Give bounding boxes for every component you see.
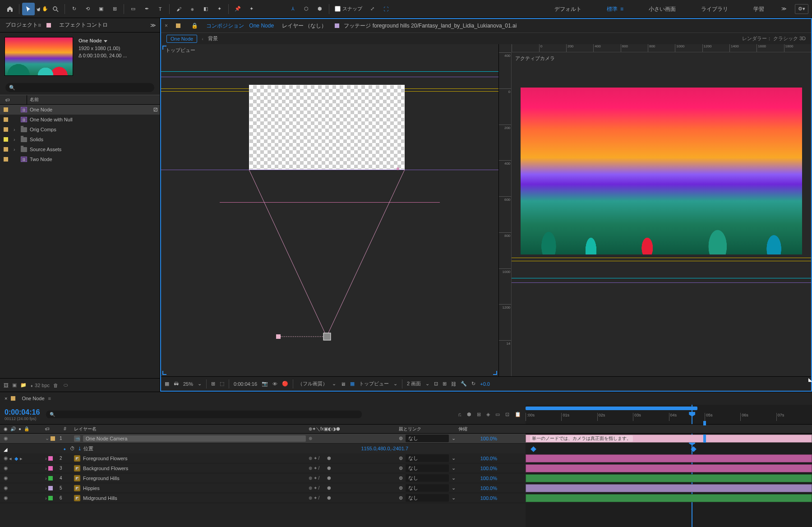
timeline-ruler[interactable]: :00s01s02s03s04s05s06s07s — [526, 405, 812, 424]
vl-icon[interactable]: ⊞ — [443, 381, 447, 387]
tl-icon[interactable]: ⬢ — [467, 411, 471, 417]
layer-row[interactable]: ◉ › 5 ◩Hippies ⊕ ✦ / ⬢ ⊚なし⌄ 100.0% — [0, 483, 526, 493]
timeline-tracks[interactable]: 単一のノードでは、カメラは真正面を指します。 — [526, 434, 812, 527]
workspace-tab[interactable]: 標準 — [594, 0, 636, 18]
toggle-icon[interactable]: ⬭ — [64, 382, 68, 388]
layer-row[interactable]: ◉ ⌄ 1 📹One Node Camera ⊕ ⊚なし⌄ 100.0% — [0, 434, 526, 444]
zoom-dropdown[interactable]: 25% — [183, 381, 193, 387]
timeline-tab[interactable]: One Node — [22, 396, 44, 401]
show-snapshot-icon[interactable]: 👁 — [272, 381, 277, 387]
playhead[interactable] — [692, 405, 692, 424]
lock-icon[interactable]: 🔒 — [191, 23, 198, 29]
layer-row[interactable]: ◉ › 4 ◩Foreground Hills ⊕ ✦ / ⬢ ⊚なし⌄ 100… — [0, 473, 526, 483]
workspace-tab[interactable]: デフォルト — [542, 0, 594, 18]
swatch-icon — [176, 23, 180, 28]
snapshot-icon[interactable]: 📷 — [262, 381, 268, 387]
close-tab-icon[interactable]: × — [5, 396, 7, 401]
breadcrumb-active[interactable]: One Node — [166, 35, 197, 43]
axis-view-icon[interactable]: ⬢ — [314, 3, 326, 15]
settings-icon[interactable]: ⚙▾ — [795, 4, 808, 14]
effect-controls-tab[interactable]: エフェクトコントロ — [57, 21, 110, 29]
alpha-icon[interactable]: ▦ — [165, 381, 169, 387]
view-active-camera[interactable]: 020040060080010001200140016001800 400020… — [499, 44, 811, 376]
view-layout-dropdown[interactable]: 2 画面 — [407, 380, 421, 387]
interpret-icon[interactable]: 🖼 — [4, 383, 9, 388]
view-dropdown[interactable]: トップビュー — [359, 380, 389, 387]
eraser-tool-icon[interactable]: ◧ — [199, 3, 212, 15]
project-item[interactable]: › Orig Comps — [0, 125, 160, 134]
viewer-tab-comp[interactable]: コンポジション One Node — [206, 22, 274, 30]
exposure-value[interactable]: +0.0 — [480, 381, 490, 387]
project-tab[interactable]: プロジェクト — [4, 21, 43, 29]
mask-icon[interactable]: 🕶 — [174, 381, 179, 387]
property-row-position[interactable]: ⬥⏱⤓位置1155.0,480.0,-2401.7 — [0, 444, 526, 453]
vl-icon[interactable]: 🔧 — [461, 381, 467, 387]
project-search-input[interactable] — [5, 83, 154, 92]
tl-icon[interactable]: ◈ — [486, 411, 490, 417]
axis-world-icon[interactable]: ⬡ — [300, 3, 313, 15]
project-item[interactable]: ▥ Two Node — [0, 154, 160, 164]
color-mgmt-icon[interactable]: 🔴 — [282, 381, 288, 387]
project-item[interactable]: ▥ One Node with Null — [0, 115, 160, 125]
workspace-tab[interactable]: ライブラリ — [688, 0, 741, 18]
view-top[interactable]: トップビュー — [161, 44, 499, 376]
home-icon[interactable] — [4, 3, 16, 15]
workspace-tab[interactable]: 小さい画面 — [636, 0, 688, 18]
viewer-tab-layer[interactable]: レイヤー （なし） — [282, 22, 327, 30]
rect-tool-icon[interactable]: ▭ — [127, 3, 139, 15]
time-display[interactable]: 0:00:04:16 — [234, 381, 257, 387]
hand-tool-icon[interactable]: ✋ — [36, 3, 48, 15]
workspace-tab[interactable]: 学習 — [741, 0, 777, 18]
snap-opt1-icon[interactable]: ⤢ — [366, 3, 378, 15]
snap-checkbox[interactable]: スナップ — [332, 5, 365, 12]
vl-icon[interactable]: ⛓ — [451, 381, 456, 387]
work-area-end[interactable] — [703, 421, 706, 425]
panel-overflow-icon[interactable]: ≫ — [150, 22, 156, 28]
folder-icon[interactable]: 📁 — [20, 382, 27, 388]
dpr-icon[interactable]: 🖥 — [341, 381, 346, 387]
layer-row[interactable]: ◉ › 2 ◩Foreground Flowers ⊕ ✦ / ⬢ ⊚なし⌄ 1… — [0, 453, 526, 463]
snap-opt2-icon[interactable]: ⛶ — [379, 3, 392, 15]
pen-tool-icon[interactable]: ✒ — [140, 3, 153, 15]
selection-tool-icon[interactable] — [22, 3, 35, 15]
axis-local-icon[interactable]: ⅄ — [286, 3, 299, 15]
clone-tool-icon[interactable]: ⎈ — [186, 3, 198, 15]
quality-dropdown[interactable]: （フル画質） — [298, 380, 328, 387]
view-label: アクティブカメラ — [515, 55, 555, 62]
tl-icon[interactable]: ▭ — [495, 411, 500, 417]
vl-icon[interactable]: ⊡ — [434, 381, 438, 387]
brush-tool-icon[interactable]: 🖌 — [172, 3, 185, 15]
layer-row[interactable]: ◉ › 3 ◩Background Flowers ⊕ ✦ / ⬢ ⊚なし⌄ 1… — [0, 463, 526, 473]
grid-icon[interactable]: ⬚ — [220, 381, 224, 387]
roto-tool-icon[interactable]: ✦ — [213, 3, 226, 15]
overflow-icon[interactable]: ≫ — [778, 3, 790, 15]
project-item[interactable]: ▥ One Node ⚂ — [0, 105, 160, 115]
camera-cone — [249, 170, 405, 341]
close-tab-icon[interactable]: × — [165, 23, 168, 29]
pin-tool-icon[interactable]: ✦ — [245, 3, 258, 15]
reset-exposure-icon[interactable]: ↻ — [471, 381, 475, 387]
orbit-tool-icon[interactable]: ↻ — [68, 3, 80, 15]
camera-tool-icon[interactable]: ▣ — [95, 3, 107, 15]
transparency-icon[interactable]: ▦ — [350, 381, 355, 387]
viewer-tab-footage[interactable]: フッテージ foreground hills 20/Fantasy_land_b… — [335, 22, 517, 30]
new-comp-icon[interactable]: ▣ — [12, 382, 17, 388]
res-icon[interactable]: ⊞ — [211, 381, 215, 387]
zoom-tool-icon[interactable] — [49, 3, 62, 15]
tl-icon[interactable]: 📋 — [515, 411, 521, 417]
current-time[interactable]: 0:00:04:16 — [5, 408, 40, 416]
rotate-tool-icon[interactable]: ⟲ — [81, 3, 94, 15]
tl-icon[interactable]: ⊞ — [477, 411, 481, 417]
breadcrumb-item[interactable]: 背景 — [208, 35, 218, 42]
layer-row[interactable]: ◉ › 6 ◩Midground Hills ⊕ ✦ / ⬢ ⊚なし⌄ 100.… — [0, 493, 526, 503]
timeline-search-input[interactable] — [46, 411, 362, 418]
project-item[interactable]: › Solids — [0, 134, 160, 144]
tl-icon[interactable]: ⊡ — [505, 411, 509, 417]
project-item[interactable]: › Source Assets — [0, 144, 160, 154]
anchor-tool-icon[interactable]: ⊞ — [108, 3, 121, 15]
type-tool-icon[interactable]: T — [154, 3, 166, 15]
tl-icon[interactable]: ⎌ — [458, 411, 461, 417]
bpc-toggle[interactable]: ⬧ 32 bpc — [30, 383, 50, 388]
puppet-tool-icon[interactable]: 📌 — [231, 3, 244, 15]
trash-icon[interactable]: 🗑 — [53, 383, 58, 388]
